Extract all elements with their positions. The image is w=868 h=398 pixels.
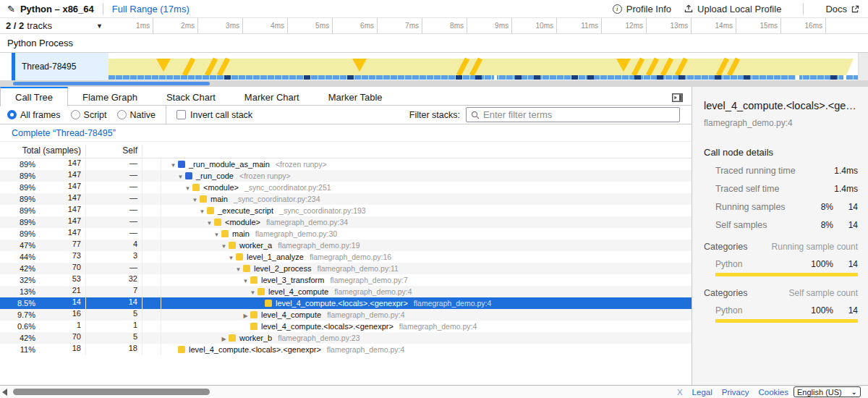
thread-track-row[interactable]: Thread-78495	[0, 53, 868, 80]
call-tree-row[interactable]: 44%733▼level_1_analyzeflamegraph_demo.py…	[0, 251, 692, 263]
filter-search-box[interactable]	[466, 107, 680, 122]
process-track-header[interactable]: Python Process	[0, 34, 868, 53]
row-percent: 11%	[0, 345, 40, 354]
file-location: flamegraph_demo.py:30	[255, 229, 337, 238]
language-select[interactable]: English (US) ⌄	[793, 386, 861, 397]
twisty-icon[interactable]: ▼	[176, 174, 185, 180]
tab-stack-chart[interactable]: Stack Chart	[152, 87, 230, 106]
call-node[interactable]: ▼_run_code<frozen runpy>	[161, 172, 692, 180]
call-tree-row[interactable]: 0.6%11level_4_compute.<locals>.<genexpr>…	[0, 321, 692, 332]
invert-call-stack-checkbox[interactable]: Invert call stack	[176, 110, 252, 120]
call-node[interactable]: ▼mainflamegraph_demo.py:30	[161, 229, 692, 238]
call-node[interactable]: ▼_execute_script_sync_coordinator.py:193	[161, 206, 692, 215]
call-tree-row[interactable]: 89%147—▼_run_code<frozen runpy>	[0, 170, 692, 182]
call-node[interactable]: level_4_compute.<locals>.<genexpr>flameg…	[161, 322, 692, 331]
category-count-label: Running sample count	[772, 242, 858, 252]
scroll-left-arrow-icon[interactable]	[2, 389, 7, 396]
function-name: level_4_compute	[261, 310, 321, 319]
call-tree-row[interactable]: 89%147—▼_execute_script_sync_coordinator…	[0, 205, 692, 216]
call-tree-row[interactable]: 9.7%165▶level_4_computeflamegraph_demo.p…	[0, 309, 692, 321]
call-tree-row[interactable]: 89%147—▼<module>flamegraph_demo.py:34	[0, 216, 692, 228]
footer-link-x[interactable]: X	[677, 388, 683, 397]
call-node[interactable]: ▼level_1_analyzeflamegraph_demo.py:16	[161, 253, 692, 261]
footer-link-privacy[interactable]: Privacy	[722, 388, 749, 397]
sidebar-toggle-icon[interactable]	[672, 92, 683, 105]
call-node[interactable]: ▼main_sync_coordinator.py:234	[161, 195, 692, 203]
column-self[interactable]: Self	[86, 145, 142, 156]
footer-link-legal[interactable]: Legal	[692, 388, 712, 397]
detail-label: Traced self time	[715, 184, 799, 194]
row-percent: 0.6%	[0, 322, 40, 331]
footer-links: XLegalPrivacyCookies	[677, 386, 788, 398]
twisty-icon[interactable]: ▼	[219, 243, 229, 250]
file-location: _sync_coordinator.py:234	[234, 195, 320, 203]
full-range-link[interactable]: Full Range (17ms)	[112, 4, 190, 14]
radio-script[interactable]: Script	[71, 110, 107, 120]
checkbox-icon	[176, 110, 186, 119]
row-total: 18	[40, 344, 86, 355]
call-node[interactable]: ▶level_4_computeflamegraph_demo.py:4	[161, 310, 692, 319]
call-tree-row[interactable]: 89%147—▼main_sync_coordinator.py:234	[0, 193, 692, 205]
external-link-icon	[851, 5, 859, 13]
twisty-icon[interactable]: ▶	[241, 313, 250, 319]
upload-profile-button[interactable]: Upload Local Profile	[684, 4, 781, 14]
timeline-horizontal-scrollbar[interactable]	[0, 80, 868, 87]
filter-search-input[interactable]	[483, 109, 675, 120]
call-tree-row[interactable]: 89%147—▼_run_module_as_main<frozen runpy…	[0, 158, 692, 170]
call-tree-row[interactable]: 32%5332▼level_3_transformflamegraph_demo…	[0, 274, 692, 286]
call-tree-row[interactable]: 89%147—▼mainflamegraph_demo.py:30	[0, 228, 692, 240]
twisty-icon[interactable]: ▼	[205, 220, 214, 226]
call-node[interactable]: ▶worker_bflamegraph_demo.py:23	[161, 334, 692, 342]
call-node[interactable]: level_4_compute.<locals>.<genexpr>flameg…	[161, 299, 692, 308]
edit-pencil-icon[interactable]: ✎	[7, 4, 15, 14]
activity-graph[interactable]	[109, 53, 868, 80]
ruler-tick: 2ms	[153, 18, 198, 33]
timeline-scroll-thumb[interactable]	[13, 82, 210, 85]
call-node[interactable]: level_4_compute.<locals>.<genexpr>flameg…	[161, 345, 692, 354]
tab-flame-graph[interactable]: Flame Graph	[68, 87, 152, 106]
twisty-icon[interactable]: ▼	[169, 162, 178, 169]
call-tree-row[interactable]: 42%705▶worker_bflamegraph_demo.py:23	[0, 332, 692, 344]
twisty-icon[interactable]: ▶	[219, 336, 229, 342]
footer-link-cookies[interactable]: Cookies	[758, 388, 788, 397]
thread-track-label[interactable]: Thread-78495	[15, 53, 109, 80]
call-tree-row[interactable]: 42%70—▼level_2_processflamegraph_demo.py…	[0, 263, 692, 274]
horizontal-scroll-thumb[interactable]	[13, 389, 210, 395]
call-tree-row[interactable]: 11%1818level_4_compute.<locals>.<genexpr…	[0, 344, 692, 355]
ruler-tick: 15ms	[736, 18, 781, 33]
twisty-icon[interactable]: ▼	[234, 266, 243, 273]
radio-native[interactable]: Native	[117, 110, 156, 120]
call-tree-row[interactable]: 47%774▼worker_aflamegraph_demo.py:19	[0, 240, 692, 251]
row-gap	[142, 344, 161, 355]
call-node[interactable]: ▼<module>flamegraph_demo.py:34	[161, 218, 692, 226]
call-tree-row[interactable]: 13%217▼level_4_computeflamegraph_demo.py…	[0, 286, 692, 297]
call-node[interactable]: ▼worker_aflamegraph_demo.py:19	[161, 241, 692, 250]
call-node[interactable]: ▼level_2_processflamegraph_demo.py:11	[161, 264, 692, 273]
radio-all-frames[interactable]: All frames	[7, 110, 61, 120]
function-name: level_4_compute.<locals>.<genexpr>	[261, 322, 393, 331]
column-total-samples[interactable]: Total (samples)	[0, 145, 86, 156]
detail-label: Traced running time	[715, 166, 799, 176]
twisty-icon[interactable]: ▼	[197, 208, 207, 215]
category-name: Python	[715, 259, 799, 269]
tab-call-tree[interactable]: Call Tree	[0, 87, 68, 106]
profile-info-button[interactable]: i Profile Info	[613, 4, 671, 14]
twisty-icon[interactable]: ▼	[241, 278, 250, 284]
call-node[interactable]: ▼<module>_sync_coordinator.py:251	[161, 183, 692, 192]
twisty-icon[interactable]: ▼	[248, 289, 258, 296]
twisty-icon[interactable]: ▼	[226, 255, 236, 261]
twisty-icon[interactable]: ▼	[190, 197, 200, 203]
call-tree-row[interactable]: 89%147—▼<module>_sync_coordinator.py:251	[0, 182, 692, 193]
tracks-dropdown[interactable]: 2 / 2 tracks ▼	[0, 18, 109, 33]
twisty-icon[interactable]: ▼	[212, 232, 221, 238]
call-node[interactable]: ▼_run_module_as_main<frozen runpy>	[161, 160, 692, 169]
tab-marker-table[interactable]: Marker Table	[314, 87, 397, 106]
call-node[interactable]: ▼level_4_computeflamegraph_demo.py:4	[161, 287, 692, 296]
breadcrumb-complete-thread[interactable]: Complete “Thread-78495”	[12, 128, 116, 138]
call-node[interactable]: ▼level_3_transformflamegraph_demo.py:7	[161, 276, 692, 284]
row-total: 147	[40, 158, 86, 170]
docs-link[interactable]: Docs	[825, 4, 859, 14]
call-tree-row[interactable]: 8.5%1414level_4_compute.<locals>.<genexp…	[0, 297, 692, 309]
twisty-icon[interactable]: ▼	[183, 185, 192, 192]
tab-marker-chart[interactable]: Marker Chart	[230, 87, 314, 106]
